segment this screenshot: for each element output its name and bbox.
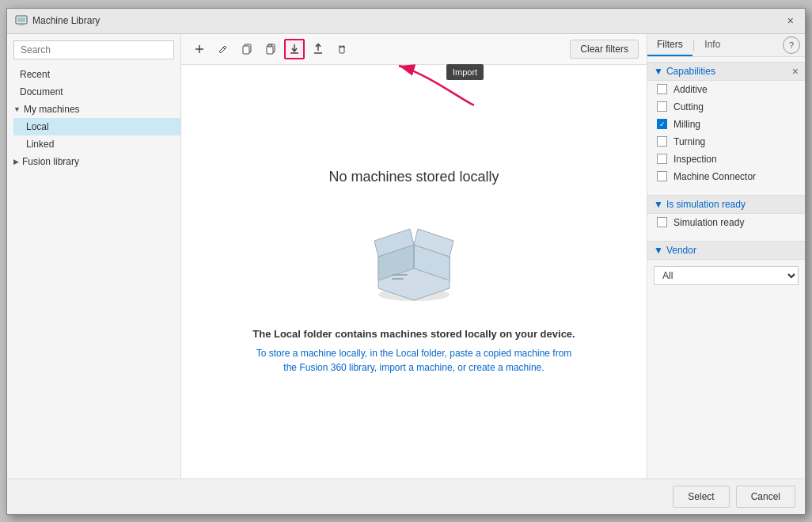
simulation-expand-icon: ▼ [654,199,663,210]
simulation-header[interactable]: ▼ Is simulation ready [647,195,805,214]
vendor-header[interactable]: ▼ Vendor [647,241,805,260]
sidebar-item-linked[interactable]: Linked [13,135,180,153]
label-cutting: Cutting [674,101,704,112]
main-content: Import Clear filters No m [181,34,647,478]
expand-icon: ▼ [13,105,21,113]
checkbox-turning[interactable] [657,136,667,147]
label-turning: Turning [674,136,705,147]
sidebar-item-recent[interactable]: Recent [7,66,180,83]
filter-item-turning[interactable]: Turning [647,133,805,151]
vendor-label: Vendor [666,245,696,256]
svg-rect-2 [19,24,24,25]
vendor-select[interactable]: All [654,266,799,285]
tab-info[interactable]: Info [695,34,730,56]
close-button[interactable]: × [784,13,797,28]
vendor-expand-icon: ▼ [654,245,663,256]
filter-item-additive[interactable]: Additive [647,81,805,98]
filter-item-cutting[interactable]: Cutting [647,98,805,116]
label-inspection: Inspection [674,154,717,165]
sidebar-group-my-machines[interactable]: ▼ My machines [7,101,180,118]
delete-button[interactable] [332,39,352,59]
filter-item-milling[interactable]: Milling [647,116,805,133]
edit-button[interactable] [213,39,233,59]
vendor-section: ▼ Vendor All [647,236,805,296]
add-icon [194,44,205,55]
add-button[interactable] [189,39,210,59]
delete-icon [336,44,347,55]
paste-button[interactable] [260,39,281,59]
empty-state: No machines stored locally [181,65,647,478]
dialog-title: Machine Library [32,15,100,26]
simulation-title: ▼ Is simulation ready [654,199,746,210]
help-button[interactable]: ? [783,36,800,54]
empty-description: The Local folder contains machines store… [252,328,575,340]
empty-hint: To store a machine locally, in the Local… [256,346,572,375]
vendor-dropdown-container: All [647,260,805,291]
clear-filters-button[interactable]: Clear filters [570,40,639,59]
sidebar-children-my-machines: Local Linked [7,118,180,153]
panel-tabs: Filters | Info ? [647,34,805,57]
checkbox-milling[interactable] [657,119,667,129]
filter-item-sim-ready[interactable]: Simulation ready [647,214,805,231]
label-sim-ready: Simulation ready [674,217,744,228]
machine-library-dialog: Machine Library × Recent Document ▼ My m… [6,8,806,515]
capabilities-title: ▼ Capabilities [654,66,715,77]
search-input[interactable] [13,40,174,59]
dialog-icon [15,14,28,27]
svg-rect-26 [392,274,408,276]
capabilities-label: Capabilities [666,66,715,77]
empty-box-illustration [359,209,469,304]
empty-title: No machines stored locally [328,169,499,185]
sidebar-group-fusion-label: Fusion library [22,156,79,167]
checkbox-sim-ready[interactable] [657,217,667,227]
capabilities-section: ▼ Capabilities × Additive Cutting Millin… [647,57,805,190]
title-bar-left: Machine Library [15,14,100,27]
svg-rect-1 [17,17,25,22]
filter-item-machine-connector[interactable]: Machine Connector [647,168,805,185]
svg-rect-16 [340,47,344,53]
label-machine-connector: Machine Connector [674,171,756,182]
label-milling: Milling [674,119,700,130]
sidebar-item-document[interactable]: Document [7,83,180,101]
tab-filters[interactable]: Filters [647,34,692,56]
cancel-button[interactable]: Cancel [736,486,795,508]
select-button[interactable]: Select [673,486,729,508]
checkbox-cutting[interactable] [657,101,667,112]
title-bar: Machine Library × [7,9,805,34]
svg-rect-27 [392,278,404,280]
svg-rect-8 [243,46,249,54]
filter-item-inspection[interactable]: Inspection [647,151,805,168]
toolbar: Import Clear filters [181,34,647,65]
sidebar-item-local[interactable]: Local [13,118,180,135]
simulation-section: ▼ Is simulation ready Simulation ready [647,190,805,236]
import-button[interactable] [284,39,305,59]
copy-button[interactable] [237,39,257,59]
label-additive: Additive [674,84,708,95]
copy-icon [241,44,252,55]
sidebar-group-my-machines-label: My machines [24,104,80,115]
edit-icon [218,44,229,55]
svg-line-5 [223,48,225,49]
right-panel: Filters | Info ? ▼ Capabilities × Additi… [647,34,805,478]
sidebar: Recent Document ▼ My machines Local Link… [7,34,181,478]
svg-line-6 [219,51,221,53]
checkbox-additive[interactable] [657,84,667,94]
checkbox-inspection[interactable] [657,154,667,164]
export-button[interactable] [308,39,328,59]
paste-icon [265,44,276,55]
export-icon [313,44,324,55]
dialog-footer: Select Cancel [7,478,805,514]
capabilities-close-icon[interactable]: × [792,66,799,77]
simulation-label: Is simulation ready [666,199,746,210]
checkbox-machine-connector[interactable] [657,171,667,181]
svg-rect-11 [268,44,271,47]
import-icon [289,44,300,55]
expand-icon-fusion: ▶ [13,158,19,166]
vendor-title: ▼ Vendor [654,245,696,256]
capabilities-header[interactable]: ▼ Capabilities × [647,62,805,81]
capabilities-expand-icon: ▼ [654,66,663,77]
dialog-body: Recent Document ▼ My machines Local Link… [7,34,805,478]
sidebar-group-fusion-library[interactable]: ▶ Fusion library [7,153,180,170]
